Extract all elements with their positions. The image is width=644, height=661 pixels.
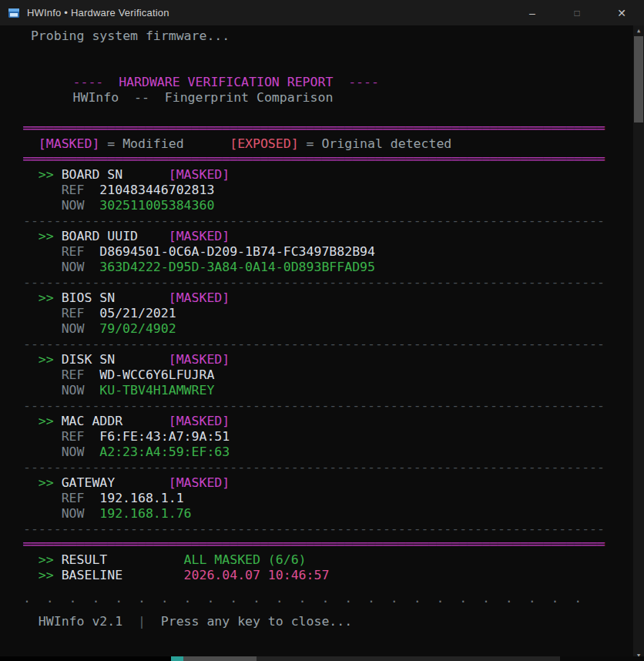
now-label: NOW: [62, 198, 100, 213]
scrollbar-thumb[interactable]: [634, 36, 643, 122]
now-label: NOW: [62, 445, 100, 460]
taskbar-segment: [0, 656, 171, 661]
masked-legend-meaning: = Modified: [107, 136, 183, 151]
now-row: NOW192.168.1.76: [23, 506, 633, 522]
section-header: >>BOARD UUID[MASKED]: [23, 229, 633, 244]
section-divider: ----------------------------------------…: [23, 275, 633, 290]
masked-tag: [MASKED]: [169, 475, 230, 490]
ref-row: REFWD-WCC6Y6LFUJRA: [23, 367, 633, 383]
section-divider: ----------------------------------------…: [23, 337, 633, 352]
field-name: BOARD UUID: [62, 229, 169, 244]
masked-tag: [MASKED]: [169, 414, 230, 428]
report-title-line: ----HARDWARE VERIFICATION REPORT----: [23, 75, 633, 90]
now-label: NOW: [62, 260, 100, 275]
masked-tag: [MASKED]: [169, 290, 230, 305]
ref-row: REFF6:FE:43:A7:9A:51: [23, 429, 633, 445]
exposed-legend-tag: [EXPOSED]: [230, 136, 298, 151]
footer-separator: |: [138, 614, 146, 629]
minimize-button[interactable]: –: [510, 0, 555, 25]
ref-row: REF192.168.1.1: [23, 491, 633, 506]
ref-value: 210483446702813: [99, 183, 214, 197]
section-divider: ----------------------------------------…: [23, 398, 633, 414]
field-name: DISK SN: [62, 352, 169, 367]
ref-label: REF: [62, 429, 100, 445]
section-header: >>BIOS SN[MASKED]: [23, 290, 633, 306]
now-value: 79/02/4902: [99, 321, 176, 336]
prompt-arrow: >>: [39, 352, 62, 367]
prompt-arrow: >>: [39, 568, 62, 583]
masked-legend-tag: [MASKED]: [39, 136, 99, 151]
subtitle-separator: --: [134, 90, 149, 105]
title-left-dashes: ----: [73, 75, 104, 89]
hwinfo-window: HWInfo • Hardware Verification – □ ✕ Pro…: [0, 0, 644, 661]
ref-row: REF05/21/2021: [23, 306, 633, 321]
now-value: 363D4222-D95D-3A84-0A14-0D893BFFAD95: [99, 260, 375, 274]
legend-line: [MASKED]= Modified[EXPOSED]= Original de…: [23, 136, 633, 152]
ref-label: REF: [62, 367, 100, 383]
now-row: NOW363D4222-D95D-3A84-0A14-0D893BFFAD95: [23, 260, 633, 275]
ref-label: REF: [62, 183, 100, 198]
report-subtitle-line: HWInfo--Fingerprint Comparison: [23, 90, 633, 106]
maximize-button[interactable]: □: [555, 0, 599, 25]
now-row: NOW79/02/4902: [23, 321, 633, 337]
prompt-arrow: >>: [39, 552, 62, 568]
probing-status-line: Probing system firmware...: [23, 29, 633, 44]
subtitle-app: HWInfo: [73, 90, 119, 105]
baseline-value: 2026.04.07 10:46:57: [184, 568, 330, 582]
dotted-divider: . . . . . . . . . . . . . . . . . . . . …: [23, 591, 633, 606]
result-row: >>RESULTALL MASKED (6/6): [23, 552, 633, 568]
vertical-scrollbar[interactable]: ▲ ▼: [633, 25, 644, 661]
ref-row: REF210483446702813: [23, 183, 633, 198]
legend-masked-group: [MASKED]= Modified: [39, 136, 230, 152]
taskbar-segment: [183, 656, 257, 661]
masked-tag: [MASKED]: [169, 352, 230, 367]
taskbar-segment: [257, 656, 560, 661]
press-key-message: Press any key to close...: [161, 614, 352, 629]
prompt-arrow: >>: [39, 414, 62, 429]
section-divider: ----------------------------------------…: [23, 522, 633, 537]
section-header: >>BOARD SN[MASKED]: [23, 167, 633, 183]
masked-tag: [MASKED]: [169, 229, 230, 243]
now-row: NOWA2:23:A4:59:EF:63: [23, 445, 633, 460]
terminal-output: Probing system firmware... ----HARDWARE …: [0, 25, 633, 656]
section-divider: ----------------------------------------…: [23, 460, 633, 475]
title-right-dashes: ----: [348, 75, 379, 89]
now-row: NOWKU-TBV4H1AMWREY: [23, 383, 633, 398]
section-divider: ----------------------------------------…: [23, 213, 633, 229]
result-label: RESULT: [62, 552, 184, 568]
field-name: BIOS SN: [62, 290, 169, 306]
ref-row: REFD8694501-0C6A-D209-1B74-FC3497B82B94: [23, 244, 633, 260]
masked-tag: [MASKED]: [169, 167, 230, 182]
title-bar[interactable]: HWInfo • Hardware Verification – □ ✕: [0, 0, 644, 25]
now-label: NOW: [62, 383, 100, 398]
now-row: NOW302511005384360: [23, 198, 633, 213]
window-title: HWInfo • Hardware Verification: [27, 7, 169, 18]
version-text: HWInfo v2.1: [39, 614, 122, 629]
ref-value: F6:FE:43:A7:9A:51: [99, 429, 230, 444]
taskbar-segment: [560, 656, 644, 661]
now-value: 192.168.1.76: [99, 506, 191, 521]
now-label: NOW: [62, 506, 100, 522]
report-title: HARDWARE VERIFICATION REPORT: [119, 75, 333, 89]
taskbar-segment: [171, 656, 183, 661]
prompt-arrow: >>: [39, 167, 62, 183]
now-label: NOW: [62, 321, 100, 337]
baseline-row: >>BASELINE2026.04.07 10:46:57: [23, 568, 633, 583]
double-separator: ════════════════════════════════════════…: [23, 537, 633, 552]
taskbar-sliver: [0, 656, 644, 661]
ref-label: REF: [62, 244, 100, 260]
result-value: ALL MASKED (6/6): [184, 552, 307, 567]
double-separator: ════════════════════════════════════════…: [23, 121, 633, 136]
ref-label: REF: [62, 306, 100, 321]
field-name: GATEWAY: [62, 475, 169, 491]
close-button[interactable]: ✕: [599, 0, 644, 25]
scroll-up-icon[interactable]: ▲: [633, 25, 644, 36]
section-header: >>DISK SN[MASKED]: [23, 352, 633, 367]
prompt-arrow: >>: [39, 475, 62, 491]
subtitle-text: Fingerprint Comparison: [165, 90, 334, 105]
now-value: 302511005384360: [99, 198, 214, 213]
footer-line: HWInfo v2.1|Press any key to close...: [23, 614, 633, 629]
app-icon: [8, 7, 20, 19]
prompt-arrow: >>: [39, 290, 62, 306]
ref-value: 05/21/2021: [99, 306, 176, 320]
